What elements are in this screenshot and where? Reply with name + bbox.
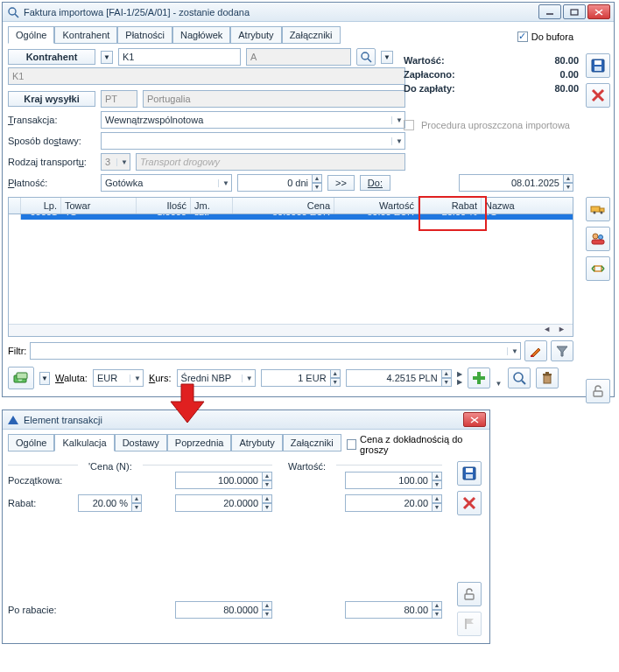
kurs-right-spinner[interactable]: ▲▼ bbox=[441, 369, 452, 387]
expand-button[interactable] bbox=[586, 256, 610, 281]
unlock-button[interactable] bbox=[586, 379, 610, 403]
rabat-w-input[interactable] bbox=[345, 494, 433, 512]
kontrahent-code-input[interactable] bbox=[118, 48, 241, 66]
tab-kontrahent[interactable]: Kontrahent bbox=[54, 26, 117, 44]
rabat-pct-input[interactable] bbox=[78, 494, 132, 512]
save-button[interactable] bbox=[586, 53, 610, 78]
truck-button[interactable] bbox=[586, 197, 610, 221]
waluta-select[interactable]: EUR▼ bbox=[93, 369, 144, 387]
tab2-dostawy[interactable]: Dostawy bbox=[115, 434, 167, 452]
titlebar[interactable]: Faktura importowa [FAI-1/25/A/01] - zost… bbox=[3, 3, 614, 22]
tab2-ogolne[interactable]: Ogólne bbox=[8, 434, 54, 452]
users-button[interactable] bbox=[586, 227, 610, 251]
platnosc-select[interactable]: Gotówka▼ bbox=[101, 174, 232, 192]
arrow-button[interactable]: >> bbox=[327, 175, 355, 191]
add-dropdown-icon[interactable]: ▼ bbox=[496, 380, 503, 388]
kurs-type-value: Średni NBP bbox=[181, 373, 231, 383]
money-button[interactable] bbox=[8, 367, 34, 389]
kurs-left-spinner[interactable]: ▲▼ bbox=[330, 369, 341, 387]
rodzaj-code-value: 3 bbox=[105, 157, 110, 167]
porabacie-w-spinner[interactable]: ▲▼ bbox=[432, 601, 442, 619]
kurs-type-select[interactable]: Średni NBP▼ bbox=[177, 369, 256, 387]
cena-dokladnosc-check[interactable]: Cena z dokładnością do groszy bbox=[347, 434, 484, 455]
filter-edit-button[interactable] bbox=[524, 340, 547, 361]
porabacie-w-input[interactable] bbox=[345, 601, 433, 619]
titlebar-2[interactable]: Element transakcji bbox=[3, 410, 489, 430]
minimize-button[interactable] bbox=[538, 4, 561, 19]
unlock-button-2[interactable] bbox=[457, 582, 482, 606]
search-button[interactable] bbox=[508, 368, 531, 388]
summary-panel: Wartość:80.00 Zapłacono:0.00 Do zapłaty:… bbox=[404, 53, 579, 130]
search-dropdown-icon[interactable]: ▼ bbox=[381, 51, 393, 64]
col-ilosc[interactable]: Ilość bbox=[137, 198, 191, 214]
summary-wartosc-label: Wartość: bbox=[404, 55, 445, 66]
rabat-pct-spinner[interactable]: ▲▼ bbox=[131, 494, 142, 512]
kontrahent-dropdown-icon[interactable]: ▼ bbox=[101, 51, 113, 64]
svg-rect-9 bbox=[594, 60, 601, 65]
tab-platnosci[interactable]: Płatności bbox=[117, 26, 172, 44]
save-button-2[interactable] bbox=[457, 461, 482, 486]
tab-atrybuty[interactable]: Atrybuty bbox=[230, 26, 281, 44]
kontrahent-button[interactable]: Kontrahent bbox=[8, 49, 95, 65]
col-towar[interactable]: Towar bbox=[61, 198, 137, 214]
col-checkbox[interactable] bbox=[9, 198, 21, 214]
procedura-check[interactable]: Procedura uproszczona importowa bbox=[404, 120, 579, 130]
tab-zalaczniki[interactable]: Załączniki bbox=[282, 26, 341, 44]
tab2-poprzednia[interactable]: Poprzednia bbox=[167, 434, 232, 452]
kurs-left-input[interactable] bbox=[261, 369, 331, 387]
poczatkowa-input[interactable] bbox=[175, 472, 263, 489]
col-jm[interactable]: Jm. bbox=[191, 198, 233, 214]
poczatkowa-w-spinner[interactable]: ▲▼ bbox=[432, 472, 442, 489]
tab2-zalaczniki[interactable]: Załączniki bbox=[283, 434, 341, 452]
window-title-2: Element transakcji bbox=[24, 415, 463, 425]
col-cena[interactable]: Cena bbox=[233, 198, 334, 214]
dni-spinner[interactable]: ▲▼ bbox=[312, 174, 322, 192]
col-wartosc[interactable]: Wartość bbox=[334, 198, 419, 214]
kraj-button[interactable]: Kraj wysyłki bbox=[8, 91, 95, 107]
poczatkowa-w-input[interactable] bbox=[345, 472, 433, 489]
do-date-input[interactable] bbox=[459, 174, 564, 192]
date-spinner[interactable]: ▲▼ bbox=[563, 174, 573, 192]
rabat-val-spinner[interactable]: ▲▼ bbox=[262, 494, 272, 512]
svg-rect-22 bbox=[531, 355, 533, 357]
summary-zaplacono-label: Zapłacono: bbox=[404, 69, 455, 80]
dni-input[interactable] bbox=[237, 174, 313, 192]
table-row[interactable]: 00001 T1 1.0000 szt. 80.0000 EUR 80.00 E… bbox=[21, 214, 573, 220]
col-rabat[interactable]: Rabat bbox=[419, 198, 482, 214]
flag-button[interactable] bbox=[457, 612, 482, 636]
sposob-select[interactable]: ▼ bbox=[101, 132, 405, 150]
add-button[interactable] bbox=[468, 368, 490, 388]
money-dropdown[interactable]: ▼ bbox=[39, 372, 50, 385]
platnosc-value: Gotówka bbox=[105, 178, 143, 188]
transakcja-select[interactable]: Wewnątrzwspólnotowa▼ bbox=[101, 111, 405, 129]
porabacie-input[interactable] bbox=[175, 601, 263, 619]
tab-ogolne[interactable]: Ogólne bbox=[8, 26, 54, 44]
kurs-right-input[interactable] bbox=[346, 369, 442, 387]
do-button[interactable]: Do: bbox=[360, 175, 390, 191]
porabacie-label: Po rabacie: bbox=[8, 605, 74, 615]
magnifier-icon bbox=[6, 5, 20, 19]
filter-funnel-button[interactable] bbox=[551, 340, 573, 361]
poczatkowa-spinner[interactable]: ▲▼ bbox=[262, 472, 272, 489]
search-kontrahent-button[interactable] bbox=[356, 48, 376, 66]
col-lp[interactable]: Lp. bbox=[21, 198, 61, 214]
tab2-atrybuty[interactable]: Atrybuty bbox=[231, 434, 282, 452]
tab-naglowek[interactable]: Nagłówek bbox=[172, 26, 230, 44]
close-button-2[interactable] bbox=[463, 412, 486, 427]
rabat-val-input[interactable] bbox=[175, 494, 263, 512]
svg-rect-31 bbox=[543, 374, 552, 375]
porabacie-spinner[interactable]: ▲▼ bbox=[262, 601, 272, 619]
col-nazwa[interactable]: Nazwa bbox=[482, 198, 573, 214]
filtr-select[interactable]: ▼ bbox=[30, 342, 521, 360]
rabat-w-spinner[interactable]: ▲▼ bbox=[432, 494, 442, 512]
maximize-button[interactable] bbox=[563, 4, 586, 19]
close-button[interactable] bbox=[587, 4, 610, 19]
trash-button[interactable] bbox=[536, 368, 559, 388]
delete-button[interactable] bbox=[586, 83, 610, 108]
tab2-kalkulacja[interactable]: Kalkulacja bbox=[54, 434, 114, 452]
rodzaj-code-select[interactable]: 3▼ bbox=[101, 153, 130, 171]
delete-button-2[interactable] bbox=[457, 491, 482, 515]
svg-rect-20 bbox=[594, 266, 601, 271]
do-bufora-check[interactable]: Do bufora bbox=[517, 32, 573, 42]
grid-scrollbar[interactable]: ◄► bbox=[9, 324, 573, 336]
